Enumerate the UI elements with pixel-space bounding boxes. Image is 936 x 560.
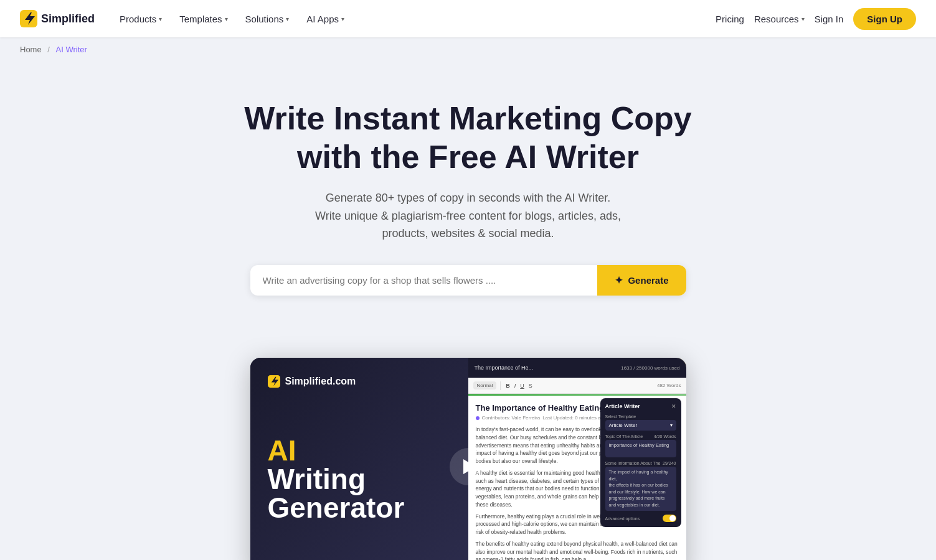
section-content-text: the effects it has on our bodies and our…	[609, 482, 673, 508]
video-writing-text: Writing	[268, 465, 473, 493]
topic-field: Topic Of The Article 4/20 Words Importan…	[605, 434, 676, 457]
logo-icon	[20, 10, 37, 27]
chevron-down-icon: ▾	[341, 16, 344, 22]
editor-topbar: The Importance of He... 1633 / 250000 wo…	[468, 358, 686, 378]
generate-label: Generate	[628, 275, 668, 286]
advanced-toggle[interactable]	[663, 515, 676, 522]
video-container: Simplified.com AI Writing Generator The …	[250, 358, 686, 560]
navbar: Simplified Products ▾ Templates ▾ Soluti…	[0, 0, 936, 37]
underline-icon[interactable]: U	[519, 382, 526, 390]
video-generator-text: Generator	[268, 493, 473, 522]
chevron-down-icon: ▾	[225, 16, 228, 22]
last-updated-label: Last Updated: 0 minutes ago	[542, 415, 606, 421]
logo[interactable]: Simplified	[20, 10, 95, 27]
advanced-label: Advanced options	[605, 516, 640, 521]
nav-solutions[interactable]: Solutions ▾	[238, 9, 297, 29]
breadcrumb-separator: /	[47, 45, 50, 54]
italic-icon[interactable]: I	[513, 382, 518, 390]
select-chevron-icon: ▾	[670, 422, 673, 428]
section-label-text: The impact of having a healthy diet,	[609, 469, 673, 482]
article-writer-panel: Article Writer ✕ Select Template Article…	[600, 398, 681, 527]
editor-text-4: The benefits of healthy eating extend be…	[476, 540, 679, 560]
panel-close-icon[interactable]: ✕	[671, 403, 676, 409]
article-panel-header: Article Writer ✕	[605, 403, 676, 409]
toolbar-separator	[500, 381, 501, 390]
advanced-options-row: Advanced options	[605, 515, 676, 522]
video-section: Simplified.com AI Writing Generator The …	[0, 358, 936, 560]
generate-button[interactable]: ✦ Generate	[597, 265, 686, 296]
video-editor: The Importance of He... 1633 / 250000 wo…	[468, 358, 686, 560]
chevron-down-icon: ▾	[286, 16, 289, 22]
info-field: Some Information About The 29/240 The im…	[605, 461, 676, 511]
chevron-down-icon: ▾	[159, 16, 162, 22]
nav-ai-apps[interactable]: AI Apps ▾	[299, 9, 352, 29]
play-button[interactable]	[450, 448, 487, 485]
toggle-circle	[669, 515, 676, 521]
hero-title: Write Instant Marketing Copy with the Fr…	[225, 99, 711, 177]
info-field-label: Some Information About The 29/240	[605, 461, 676, 465]
nav-right: Pricing Resources ▾ Sign In Sign Up	[716, 8, 916, 30]
toolbar-normal[interactable]: Normal	[473, 381, 497, 390]
hero-subtitle-line3: products, websites & social media.	[382, 227, 554, 240]
video-brand: Simplified.com	[268, 375, 473, 388]
strikethrough-icon[interactable]: S	[527, 382, 534, 390]
hero-subtitle-line1: Generate 80+ types of copy in seconds wi…	[326, 192, 610, 204]
play-triangle-icon	[463, 459, 476, 474]
nav-pricing[interactable]: Pricing	[716, 14, 744, 24]
topic-field-label: Topic Of The Article 4/20 Words	[605, 434, 676, 439]
hero-subtitle-line2: Write unique & plagiarism-free content f…	[315, 210, 621, 222]
video-headline: AI Writing Generator	[268, 436, 473, 522]
logo-text: Simplified	[41, 12, 95, 26]
word-count: 482 Words	[657, 383, 681, 388]
hero-section: Write Instant Marketing Copy with the Fr…	[0, 62, 936, 358]
breadcrumb: Home / AI Writer	[0, 37, 936, 62]
editor-topbar-title: The Importance of He...	[475, 365, 617, 371]
info-textarea[interactable]: The impact of having a healthy diet, the…	[605, 467, 676, 511]
chevron-down-icon: ▾	[801, 16, 805, 22]
nav-templates[interactable]: Templates ▾	[172, 9, 235, 29]
breadcrumb-home[interactable]: Home	[20, 45, 42, 54]
hero-subtitle: Generate 80+ types of copy in seconds wi…	[281, 189, 655, 243]
contributors-label: Contributors: Vale Ferreira	[482, 415, 541, 421]
bold-icon[interactable]: B	[504, 382, 511, 390]
editor-meta-dot	[476, 416, 480, 420]
article-panel-title: Article Writer	[605, 403, 640, 409]
breadcrumb-current: AI Writer	[56, 45, 87, 54]
template-select[interactable]: Article Writer ▾	[605, 420, 676, 431]
generate-icon: ✦	[615, 274, 623, 286]
search-bar: ✦ Generate	[250, 265, 686, 296]
video-logo-icon	[268, 375, 280, 388]
editor-word-counter: 1633 / 250000 words used	[621, 365, 679, 371]
nav-resources[interactable]: Resources ▾	[754, 14, 805, 24]
search-input[interactable]	[250, 265, 598, 296]
editor-toolbar: Normal B I U S 482 Words	[468, 378, 686, 394]
toolbar-icons: B I U S	[504, 382, 534, 390]
video-brand-text: Simplified.com	[285, 376, 356, 387]
signup-button[interactable]: Sign Up	[853, 8, 916, 30]
select-template-label: Select Template	[605, 414, 676, 419]
nav-links: Products ▾ Templates ▾ Solutions ▾ AI Ap…	[112, 9, 716, 29]
topic-textarea[interactable]: Importance of Healthy Eating	[605, 440, 676, 457]
signin-button[interactable]: Sign In	[815, 14, 844, 24]
video-ai-text: AI	[268, 436, 473, 465]
nav-products[interactable]: Products ▾	[112, 9, 169, 29]
